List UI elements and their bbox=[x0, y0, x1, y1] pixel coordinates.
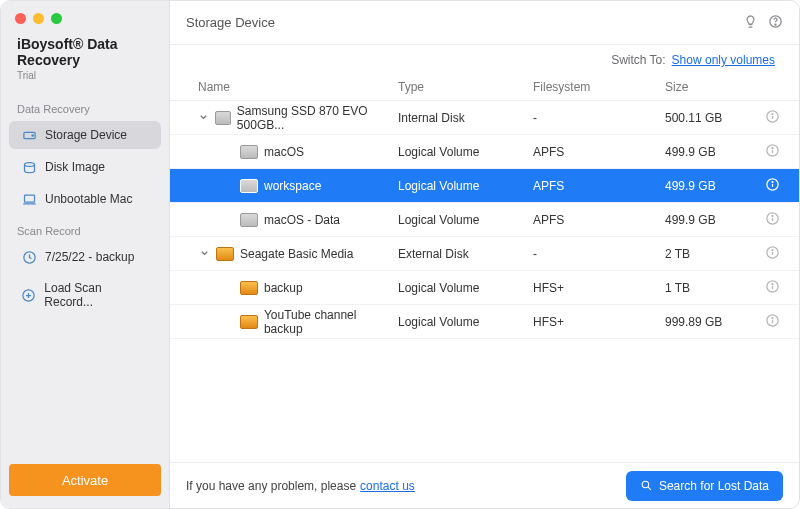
footer: If you have any problem, please contact … bbox=[170, 462, 799, 508]
help-icon[interactable] bbox=[768, 14, 783, 32]
info-icon[interactable] bbox=[765, 313, 780, 331]
sidebar-item-storage-device[interactable]: Storage Device bbox=[9, 121, 161, 149]
row-size: 500.11 GB bbox=[665, 111, 755, 125]
lightbulb-icon[interactable] bbox=[743, 14, 758, 32]
close-icon[interactable] bbox=[15, 13, 26, 24]
svg-point-1 bbox=[32, 134, 33, 135]
svg-point-15 bbox=[772, 215, 773, 216]
row-type: Logical Volume bbox=[398, 145, 533, 159]
app-title: iBoysoft® Data Recovery bbox=[1, 30, 169, 70]
svg-rect-3 bbox=[24, 195, 34, 202]
svg-point-7 bbox=[775, 24, 776, 25]
sidebar-item-scan-backup[interactable]: 7/25/22 - backup bbox=[9, 243, 161, 271]
info-icon[interactable] bbox=[765, 177, 780, 195]
table-row[interactable]: macOSLogical VolumeAPFS499.9 GB bbox=[170, 135, 799, 169]
sidebar-item-label: Unbootable Mac bbox=[45, 192, 132, 206]
row-size: 1 TB bbox=[665, 281, 755, 295]
switch-bar: Switch To: Show only volumes bbox=[170, 45, 799, 73]
switch-link[interactable]: Show only volumes bbox=[672, 53, 775, 67]
diskimage-icon bbox=[21, 159, 37, 175]
sidebar-item-unbootable-mac[interactable]: Unbootable Mac bbox=[9, 185, 161, 213]
search-lost-data-button[interactable]: Search for Lost Data bbox=[626, 471, 783, 501]
app-window: iBoysoft® Data Recovery Trial Data Recov… bbox=[0, 0, 800, 509]
zoom-icon[interactable] bbox=[51, 13, 62, 24]
drive-icon bbox=[240, 281, 258, 295]
sidebar-item-label: Storage Device bbox=[45, 128, 127, 142]
row-filesystem: APFS bbox=[533, 179, 665, 193]
drive-icon bbox=[240, 179, 258, 193]
info-icon[interactable] bbox=[765, 279, 780, 297]
row-size: 499.9 GB bbox=[665, 213, 755, 227]
row-type: Logical Volume bbox=[398, 315, 533, 329]
sidebar-section-label: Scan Record bbox=[1, 215, 169, 241]
table-row[interactable]: YouTube channel backupLogical VolumeHFS+… bbox=[170, 305, 799, 339]
svg-point-22 bbox=[642, 481, 649, 488]
row-size: 999.89 GB bbox=[665, 315, 755, 329]
row-size: 499.9 GB bbox=[665, 145, 755, 159]
table-row[interactable]: Samsung SSD 870 EVO 500GB...Internal Dis… bbox=[170, 101, 799, 135]
chevron-down-icon[interactable] bbox=[198, 249, 210, 258]
table-row[interactable]: Seagate Basic MediaExternal Disk-2 TB bbox=[170, 237, 799, 271]
main-panel: Storage Device Switch To: Show only volu… bbox=[170, 1, 799, 508]
info-icon[interactable] bbox=[765, 245, 780, 263]
window-controls bbox=[1, 1, 169, 30]
info-icon[interactable] bbox=[765, 211, 780, 229]
col-name[interactable]: Name bbox=[198, 80, 398, 94]
clock-icon bbox=[21, 249, 37, 265]
laptop-icon bbox=[21, 191, 37, 207]
row-filesystem: - bbox=[533, 111, 665, 125]
col-size[interactable]: Size bbox=[665, 80, 755, 94]
chevron-down-icon[interactable] bbox=[198, 113, 209, 122]
svg-point-17 bbox=[772, 249, 773, 250]
row-type: Internal Disk bbox=[398, 111, 533, 125]
drive-icon bbox=[240, 213, 258, 227]
row-filesystem: HFS+ bbox=[533, 315, 665, 329]
svg-point-21 bbox=[772, 317, 773, 318]
contact-link[interactable]: contact us bbox=[360, 479, 415, 493]
sidebar-item-label: 7/25/22 - backup bbox=[45, 250, 134, 264]
sidebar-item-label: Load Scan Record... bbox=[44, 281, 149, 309]
table-row[interactable]: backupLogical VolumeHFS+1 TB bbox=[170, 271, 799, 305]
sidebar-item-label: Disk Image bbox=[45, 160, 105, 174]
row-name: backup bbox=[264, 281, 303, 295]
row-filesystem: - bbox=[533, 247, 665, 261]
plus-circle-icon bbox=[21, 287, 36, 303]
row-size: 499.9 GB bbox=[665, 179, 755, 193]
table-row[interactable]: workspaceLogical VolumeAPFS499.9 GB bbox=[170, 169, 799, 203]
svg-point-11 bbox=[772, 147, 773, 148]
row-type: Logical Volume bbox=[398, 213, 533, 227]
row-filesystem: HFS+ bbox=[533, 281, 665, 295]
search-icon bbox=[640, 479, 653, 492]
info-icon[interactable] bbox=[765, 143, 780, 161]
row-name: Samsung SSD 870 EVO 500GB... bbox=[237, 104, 398, 132]
table-row[interactable]: macOS - DataLogical VolumeAPFS499.9 GB bbox=[170, 203, 799, 237]
sidebar-item-load-scan-record[interactable]: Load Scan Record... bbox=[9, 275, 161, 315]
search-button-label: Search for Lost Data bbox=[659, 479, 769, 493]
activate-button[interactable]: Activate bbox=[9, 464, 161, 496]
col-filesystem[interactable]: Filesystem bbox=[533, 80, 665, 94]
row-name: Seagate Basic Media bbox=[240, 247, 353, 261]
info-icon[interactable] bbox=[765, 109, 780, 127]
row-name: macOS - Data bbox=[264, 213, 340, 227]
drive-icon bbox=[216, 247, 234, 261]
table-body: Samsung SSD 870 EVO 500GB...Internal Dis… bbox=[170, 101, 799, 339]
hdd-icon bbox=[21, 127, 37, 143]
drive-icon bbox=[240, 315, 258, 329]
row-name: workspace bbox=[264, 179, 321, 193]
row-type: Logical Volume bbox=[398, 179, 533, 193]
minimize-icon[interactable] bbox=[33, 13, 44, 24]
drive-icon bbox=[215, 111, 231, 125]
sidebar: iBoysoft® Data Recovery Trial Data Recov… bbox=[1, 1, 170, 508]
row-name: YouTube channel backup bbox=[264, 308, 398, 336]
switch-label: Switch To: bbox=[611, 53, 665, 67]
titlebar: Storage Device bbox=[170, 1, 799, 45]
svg-point-2 bbox=[24, 162, 34, 166]
row-name: macOS bbox=[264, 145, 304, 159]
sidebar-item-disk-image[interactable]: Disk Image bbox=[9, 153, 161, 181]
row-type: Logical Volume bbox=[398, 281, 533, 295]
svg-point-9 bbox=[772, 113, 773, 114]
col-type[interactable]: Type bbox=[398, 80, 533, 94]
svg-point-13 bbox=[772, 181, 773, 182]
row-filesystem: APFS bbox=[533, 213, 665, 227]
svg-point-19 bbox=[772, 283, 773, 284]
